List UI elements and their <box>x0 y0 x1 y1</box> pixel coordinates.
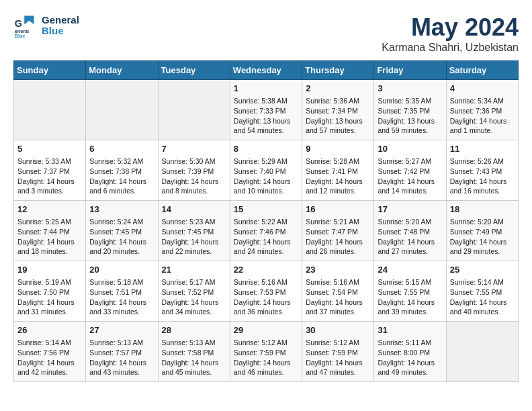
day-info-text: Daylight: 14 hours and 24 minutes. <box>234 237 298 257</box>
day-info-text: Sunrise: 5:13 AM <box>162 338 226 348</box>
day-cell-30: 30Sunrise: 5:12 AMSunset: 7:59 PMDayligh… <box>302 322 374 382</box>
day-cell-20: 20Sunrise: 5:18 AMSunset: 7:51 PMDayligh… <box>86 261 158 322</box>
day-cell-8: 8Sunrise: 5:29 AMSunset: 7:40 PMDaylight… <box>230 140 302 201</box>
day-info-text: Sunset: 7:58 PM <box>162 348 226 358</box>
day-info-text: Sunset: 7:47 PM <box>306 227 370 237</box>
calendar-table: SundayMondayTuesdayWednesdayThursdayFrid… <box>13 60 519 382</box>
day-info-text: Sunset: 7:55 PM <box>450 287 515 298</box>
weekday-header-sunday: Sunday <box>14 61 86 80</box>
day-info-text: Daylight: 14 hours and 37 minutes. <box>306 298 370 317</box>
weekday-header-thursday: Thursday <box>302 61 374 80</box>
day-number: 9 <box>306 143 370 155</box>
day-number: 16 <box>306 203 370 216</box>
day-cell-25: 25Sunrise: 5:14 AMSunset: 7:55 PMDayligh… <box>446 261 518 322</box>
day-number: 30 <box>306 324 370 336</box>
day-info-text: Sunrise: 5:16 AM <box>234 277 298 287</box>
day-info-text: Sunrise: 5:12 AM <box>306 338 370 348</box>
day-cell-9: 9Sunrise: 5:28 AMSunset: 7:41 PMDaylight… <box>302 140 374 201</box>
day-info-text: Sunrise: 5:12 AM <box>234 338 298 348</box>
day-cell-15: 15Sunrise: 5:22 AMSunset: 7:46 PMDayligh… <box>230 201 302 261</box>
day-info-text: Daylight: 14 hours and 8 minutes. <box>162 177 226 196</box>
day-number: 13 <box>89 203 154 216</box>
weekday-header-wednesday: Wednesday <box>230 61 302 80</box>
weekday-header-saturday: Saturday <box>446 61 518 80</box>
day-cell-17: 17Sunrise: 5:20 AMSunset: 7:48 PMDayligh… <box>374 201 446 261</box>
day-info-text: Sunset: 7:53 PM <box>234 287 298 298</box>
day-cell-5: 5Sunrise: 5:33 AMSunset: 7:37 PMDaylight… <box>14 140 86 201</box>
day-cell-16: 16Sunrise: 5:21 AMSunset: 7:47 PMDayligh… <box>302 201 374 261</box>
day-number: 15 <box>234 203 298 216</box>
day-number: 2 <box>306 83 370 95</box>
day-number: 24 <box>378 264 442 276</box>
empty-cell <box>86 80 158 140</box>
day-info-text: Daylight: 13 hours and 57 minutes. <box>306 116 370 136</box>
day-info-text: Sunrise: 5:32 AM <box>89 156 154 167</box>
day-info-text: Daylight: 14 hours and 42 minutes. <box>17 358 82 377</box>
day-info-text: Sunrise: 5:18 AM <box>89 277 154 287</box>
day-info-text: Sunset: 7:50 PM <box>17 287 82 298</box>
day-info-text: Sunrise: 5:27 AM <box>378 156 442 167</box>
week-row-5: 26Sunrise: 5:14 AMSunset: 7:56 PMDayligh… <box>14 322 519 382</box>
day-cell-23: 23Sunrise: 5:16 AMSunset: 7:54 PMDayligh… <box>302 261 374 322</box>
day-cell-7: 7Sunrise: 5:30 AMSunset: 7:39 PMDaylight… <box>158 140 230 201</box>
day-cell-19: 19Sunrise: 5:19 AMSunset: 7:50 PMDayligh… <box>14 261 86 322</box>
day-info-text: Sunrise: 5:36 AM <box>306 96 370 106</box>
day-info-text: Sunset: 7:44 PM <box>17 227 82 237</box>
day-number: 29 <box>234 324 298 336</box>
day-info-text: Daylight: 14 hours and 1 minute. <box>450 116 515 136</box>
day-info-text: Sunset: 8:00 PM <box>378 348 442 358</box>
day-info-text: Daylight: 14 hours and 40 minutes. <box>450 298 515 317</box>
day-info-text: Daylight: 14 hours and 3 minutes. <box>17 177 82 196</box>
day-number: 14 <box>162 203 226 216</box>
day-info-text: Sunrise: 5:22 AM <box>234 217 298 227</box>
logo: G eneral Blue General Blue <box>13 13 79 38</box>
day-info-text: Sunset: 7:45 PM <box>89 227 154 237</box>
day-cell-4: 4Sunrise: 5:34 AMSunset: 7:36 PMDaylight… <box>446 80 518 140</box>
logo-icon: G eneral Blue <box>13 13 38 38</box>
week-row-3: 12Sunrise: 5:25 AMSunset: 7:44 PMDayligh… <box>14 201 519 261</box>
day-info-text: Sunrise: 5:20 AM <box>378 217 442 227</box>
day-info-text: Daylight: 14 hours and 31 minutes. <box>17 298 82 317</box>
day-cell-26: 26Sunrise: 5:14 AMSunset: 7:56 PMDayligh… <box>14 322 86 382</box>
day-info-text: Sunrise: 5:21 AM <box>306 217 370 227</box>
day-info-text: Sunset: 7:59 PM <box>234 348 298 358</box>
day-number: 23 <box>306 264 370 276</box>
day-info-text: Daylight: 13 hours and 59 minutes. <box>378 116 442 136</box>
day-info-text: Sunrise: 5:15 AM <box>378 277 442 287</box>
day-cell-31: 31Sunrise: 5:11 AMSunset: 8:00 PMDayligh… <box>374 322 446 382</box>
day-info-text: Sunrise: 5:13 AM <box>89 338 154 348</box>
day-number: 7 <box>162 143 226 155</box>
day-number: 6 <box>89 143 154 155</box>
day-info-text: Sunset: 7:56 PM <box>17 348 82 358</box>
day-info-text: Sunset: 7:51 PM <box>89 287 154 298</box>
day-info-text: Daylight: 14 hours and 14 minutes. <box>378 177 442 196</box>
day-number: 5 <box>17 143 82 155</box>
weekday-header-friday: Friday <box>374 61 446 80</box>
day-info-text: Sunrise: 5:19 AM <box>17 277 82 287</box>
day-cell-6: 6Sunrise: 5:32 AMSunset: 7:38 PMDaylight… <box>86 140 158 201</box>
day-info-text: Sunset: 7:36 PM <box>450 106 515 116</box>
day-number: 12 <box>17 203 82 216</box>
day-number: 21 <box>162 264 226 276</box>
day-info-text: Sunset: 7:34 PM <box>306 106 370 116</box>
day-number: 10 <box>378 143 442 155</box>
day-number: 25 <box>450 264 515 276</box>
day-info-text: Daylight: 14 hours and 16 minutes. <box>450 177 515 196</box>
day-info-text: Daylight: 13 hours and 54 minutes. <box>234 116 298 136</box>
day-number: 22 <box>234 264 298 276</box>
day-info-text: Sunset: 7:45 PM <box>162 227 226 237</box>
day-cell-29: 29Sunrise: 5:12 AMSunset: 7:59 PMDayligh… <box>230 322 302 382</box>
day-cell-13: 13Sunrise: 5:24 AMSunset: 7:45 PMDayligh… <box>86 201 158 261</box>
day-info-text: Sunrise: 5:11 AM <box>378 338 442 348</box>
logo-blue: Blue <box>42 26 79 37</box>
day-cell-27: 27Sunrise: 5:13 AMSunset: 7:57 PMDayligh… <box>86 322 158 382</box>
svg-text:G: G <box>15 18 22 29</box>
title-area: May 2024 Karmana Shahri, Uzbekistan <box>382 13 519 54</box>
day-cell-10: 10Sunrise: 5:27 AMSunset: 7:42 PMDayligh… <box>374 140 446 201</box>
day-info-text: Sunrise: 5:16 AM <box>306 277 370 287</box>
day-cell-24: 24Sunrise: 5:15 AMSunset: 7:55 PMDayligh… <box>374 261 446 322</box>
day-info-text: Sunrise: 5:28 AM <box>306 156 370 167</box>
day-info-text: Daylight: 14 hours and 10 minutes. <box>234 177 298 196</box>
day-number: 1 <box>234 83 298 95</box>
day-info-text: Daylight: 14 hours and 34 minutes. <box>162 298 226 317</box>
